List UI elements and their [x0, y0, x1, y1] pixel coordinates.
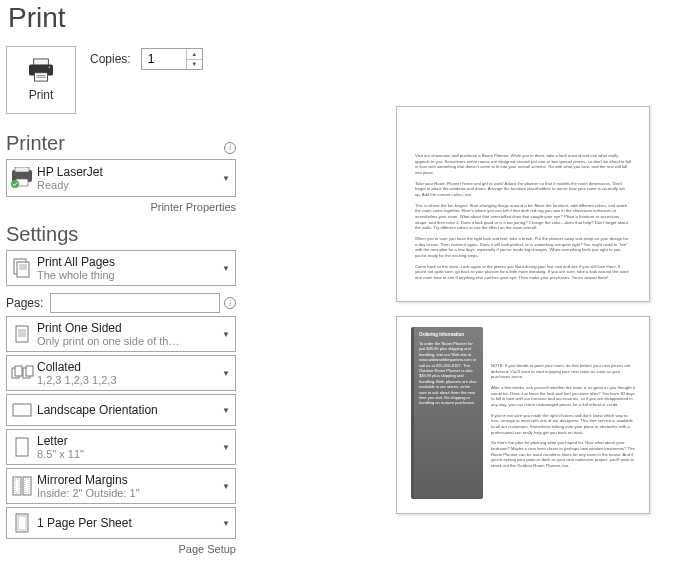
landscape-icon	[7, 401, 37, 419]
one-sided-icon	[7, 323, 37, 345]
print-what-select[interactable]: Print All Pages The whole thing ▼	[6, 250, 236, 286]
printer-icon	[26, 58, 56, 82]
pages-input[interactable]	[50, 293, 220, 313]
printer-status: Ready	[37, 179, 217, 191]
paper-size-select[interactable]: Letter 8.5" x 11" ▼	[6, 429, 236, 465]
pages-per-sheet-select[interactable]: 1 Page Per Sheet ▼	[6, 507, 236, 539]
svg-rect-7	[15, 167, 29, 172]
print-button[interactable]: Print	[6, 46, 76, 114]
copies-label: Copies:	[90, 52, 131, 66]
chevron-down-icon: ▼	[217, 369, 235, 378]
collated-icon	[7, 363, 37, 383]
page-title: Print	[8, 2, 236, 34]
margins-icon	[7, 475, 37, 497]
chevron-down-icon: ▼	[217, 264, 235, 273]
printer-properties-link[interactable]: Printer Properties	[6, 201, 236, 213]
orientation-select[interactable]: Landscape Orientation ▼	[6, 394, 236, 426]
info-icon[interactable]: i	[224, 297, 236, 309]
page-setup-link[interactable]: Page Setup	[6, 543, 236, 555]
copies-input[interactable]	[142, 49, 186, 69]
one-per-sheet-icon	[7, 512, 37, 534]
copies-stepper[interactable]: ▲ ▼	[141, 48, 203, 70]
settings-heading: Settings	[6, 223, 78, 246]
pages-icon	[7, 257, 37, 279]
sides-select[interactable]: Print One Sided Only print on one side o…	[6, 316, 236, 352]
collation-select[interactable]: Collated 1,2,3 1,2,3 1,2,3 ▼	[6, 355, 236, 391]
chevron-down-icon: ▼	[217, 482, 235, 491]
preview-page-1: Visit our showroom and purchase a Room P…	[396, 106, 650, 302]
preview-sidebar: Ordering Information To order the Room P…	[411, 327, 483, 499]
copies-up[interactable]: ▲	[187, 49, 202, 60]
page-icon	[7, 436, 37, 458]
chevron-down-icon: ▼	[217, 519, 235, 528]
chevron-down-icon: ▼	[217, 174, 235, 183]
pages-label: Pages:	[6, 296, 46, 310]
margins-select[interactable]: Mirrored Margins Inside: 2" Outside: 1" …	[6, 468, 236, 504]
printer-status-icon	[7, 167, 37, 189]
chevron-down-icon: ▼	[217, 330, 235, 339]
svg-rect-21	[15, 366, 22, 376]
svg-rect-27	[23, 477, 31, 495]
svg-rect-0	[34, 59, 49, 65]
info-icon[interactable]: i	[224, 142, 236, 154]
preview-page-2: Ordering Information To order the Room P…	[396, 316, 650, 514]
chevron-down-icon: ▼	[217, 443, 235, 452]
svg-point-5	[48, 66, 50, 68]
svg-point-9	[11, 180, 19, 188]
copies-down[interactable]: ▼	[187, 60, 202, 70]
chevron-down-icon: ▼	[217, 406, 235, 415]
printer-heading: Printer	[6, 132, 65, 155]
print-preview: Visit our showroom and purchase a Room P…	[396, 106, 650, 528]
svg-rect-24	[13, 404, 31, 416]
print-button-label: Print	[29, 88, 54, 102]
svg-rect-25	[16, 438, 28, 456]
printer-select[interactable]: HP LaserJet Ready ▼	[6, 159, 236, 197]
svg-rect-26	[13, 477, 21, 495]
printer-name: HP LaserJet	[37, 165, 217, 179]
svg-rect-23	[26, 366, 33, 376]
